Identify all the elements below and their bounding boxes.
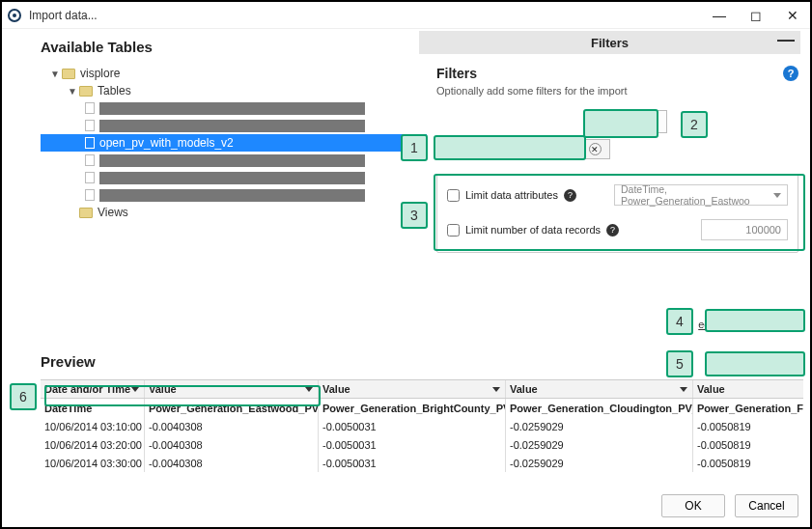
help-icon[interactable]: ?: [564, 189, 576, 202]
cell-value: -0.0050031: [319, 435, 506, 454]
close-button[interactable]: ✕: [781, 6, 804, 25]
limit-attributes-label: Limit data attributes: [465, 189, 558, 201]
filter-chip-datetime[interactable]: DateTime: 10/06-20/11/2014 ✕: [436, 139, 610, 159]
col-group-value[interactable]: Value: [145, 380, 319, 398]
tree-label: Tables: [98, 84, 131, 97]
preview-heading: Preview: [41, 353, 800, 370]
col-flowe[interactable]: Power_Generation_Flowe: [693, 399, 803, 417]
tree-table-item[interactable]: [41, 117, 427, 134]
table-tree[interactable]: ▼ visplore ▼ Tables open_pv_with_models_…: [41, 65, 427, 221]
cell-datetime: 10/06/2014 03:10:00: [41, 417, 145, 435]
limit-attributes-checkbox[interactable]: [447, 189, 460, 202]
limit-records-label: Limit number of data records: [465, 224, 601, 236]
col-datetime[interactable]: DateTime: [41, 399, 145, 417]
cell-value: -0.0050031: [319, 454, 506, 472]
filters-section: ? Filters Optionally add some filters fo…: [436, 66, 798, 110]
col-brightcounty[interactable]: Power_Generation_BrightCounty_PV_Model: [319, 399, 506, 417]
callout-num-6: 6: [10, 383, 37, 410]
preview-section: Preview Date and/or Time Value Value Val…: [41, 353, 800, 472]
folder-icon: [62, 69, 75, 79]
preview-grid[interactable]: Date and/or Time Value Value Value Value…: [41, 379, 803, 472]
add-filter-button[interactable]: + Add filter: [591, 110, 667, 133]
edit-query-link[interactable]: edit query manually...: [698, 319, 798, 330]
tree-label: Views: [98, 206, 128, 219]
tree-node-views[interactable]: Views: [41, 204, 427, 221]
cell-value: -0.0259029: [506, 435, 693, 454]
filters-panel-title: Filters: [591, 36, 629, 50]
limit-attributes-row: Limit data attributes ? DateTime, Power_…: [447, 184, 788, 206]
col-eastwood[interactable]: Power_Generation_Eastwood_PV_Model: [145, 399, 319, 417]
limit-records-input[interactable]: 100000: [701, 219, 788, 240]
ok-button[interactable]: OK: [661, 494, 725, 517]
file-icon: [85, 120, 95, 131]
file-icon: [85, 172, 95, 183]
filters-panel-collapse-icon[interactable]: —: [777, 33, 795, 46]
available-tables-heading: Available Tables: [41, 39, 427, 55]
cell-value: -0.0040308: [145, 435, 319, 454]
tree-table-item-selected[interactable]: open_pv_with_models_v2: [41, 134, 427, 152]
help-icon[interactable]: ?: [783, 66, 798, 81]
cancel-button[interactable]: Cancel: [735, 494, 798, 517]
limit-records-row: Limit number of data records ? 100000: [447, 219, 788, 240]
cell-datetime: 10/06/2014 03:30:00: [41, 454, 145, 472]
filters-panel-header[interactable]: Filters —: [419, 31, 800, 54]
folder-icon: [79, 86, 93, 97]
cell-value: -0.0259029: [506, 454, 693, 472]
cell-value: -0.0050819: [693, 435, 803, 454]
redacted-label: [99, 172, 365, 184]
col-cloudington[interactable]: Power_Generation_Cloudington_PV_Model: [506, 399, 693, 417]
cell-value: -0.0050031: [319, 417, 506, 435]
file-icon: [85, 154, 95, 166]
filters-subtext: Optionally add some filters for the impo…: [436, 85, 798, 97]
table-row[interactable]: 10/06/2014 03:10:00 -0.0040308 -0.005003…: [41, 417, 803, 435]
app-icon: [8, 9, 21, 22]
filter-options-box: Limit data attributes ? DateTime, Power_…: [436, 174, 798, 253]
cell-value: -0.0050819: [693, 454, 803, 472]
attributes-combo[interactable]: DateTime, Power_Generation_Eastwoo: [614, 184, 788, 206]
callout-num-2: 2: [681, 111, 708, 138]
tree-table-item[interactable]: [41, 99, 427, 117]
tree-node-visplore[interactable]: ▼ visplore: [41, 65, 427, 82]
redacted-label: [99, 120, 365, 132]
window-title: Import data...: [29, 9, 708, 22]
tree-label: open_pv_with_models_v2: [99, 136, 234, 150]
redacted-label: [99, 189, 365, 202]
tree-node-tables[interactable]: ▼ Tables: [41, 82, 427, 99]
cell-value: -0.0050819: [693, 417, 803, 435]
col-group-date[interactable]: Date and/or Time: [41, 380, 145, 398]
file-icon: [85, 102, 95, 114]
cell-value: -0.0040308: [145, 454, 319, 472]
chevron-down-icon[interactable]: ▼: [68, 86, 77, 97]
tree-table-item[interactable]: [41, 169, 427, 186]
filter-chip-prefix: DateTime:: [445, 144, 493, 155]
redacted-label: [99, 102, 365, 115]
dialog-footer: OK Cancel: [661, 494, 798, 517]
cell-value: -0.0040308: [145, 417, 319, 435]
filter-chip-range[interactable]: 10/06-20/11/2014: [497, 144, 580, 155]
file-icon: [85, 189, 95, 201]
file-icon: [85, 137, 95, 149]
grid-header-group: Date and/or Time Value Value Value Value: [41, 380, 803, 399]
tree-label: visplore: [80, 67, 120, 80]
folder-icon: [79, 208, 93, 218]
minimize-button[interactable]: —: [708, 6, 731, 25]
cell-datetime: 10/06/2014 03:20:00: [41, 435, 145, 454]
col-group-value[interactable]: Value: [506, 380, 693, 398]
filter-chip-remove-icon[interactable]: ✕: [589, 143, 602, 155]
callout-num-4: 4: [666, 308, 693, 335]
tree-table-item[interactable]: [41, 186, 427, 204]
tree-table-item[interactable]: [41, 152, 427, 169]
chevron-down-icon[interactable]: ▼: [50, 69, 60, 79]
table-row[interactable]: 10/06/2014 03:20:00 -0.0040308 -0.005003…: [41, 435, 803, 454]
col-group-value[interactable]: Value: [319, 380, 506, 398]
maximize-button[interactable]: ◻: [744, 6, 768, 25]
redacted-label: [99, 154, 365, 167]
titlebar: Import data... — ◻ ✕: [2, 2, 810, 29]
available-tables-section: Available Tables ▼ visplore ▼ Tables ope…: [41, 39, 427, 221]
filters-heading: Filters: [436, 66, 798, 81]
limit-records-checkbox[interactable]: [447, 224, 460, 237]
col-group-value[interactable]: Value: [693, 380, 803, 398]
table-row[interactable]: 10/06/2014 03:30:00 -0.0040308 -0.005003…: [41, 454, 803, 472]
help-icon[interactable]: ?: [606, 224, 619, 237]
cell-value: -0.0259029: [506, 417, 693, 435]
